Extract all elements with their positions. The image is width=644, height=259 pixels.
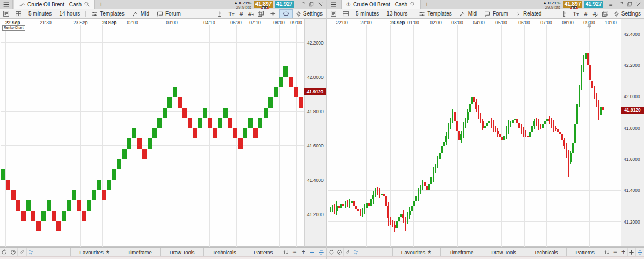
chevron-right-icon [516, 11, 521, 17]
add-chart-tab-button[interactable]: + [95, 0, 107, 9]
tab-bar: ① Crude Oil Brent - Cash + ▲ 0.71% 29.9 … [327, 0, 644, 9]
annotation-tool-icon[interactable]: # [246, 9, 254, 18]
disable-drawing-icon[interactable] [335, 248, 343, 256]
interval-button[interactable]: 5 minutes [25, 9, 55, 18]
layers-icon[interactable] [254, 9, 267, 18]
annotation-tool-icon[interactable]: # [590, 9, 599, 18]
mid-price-button[interactable]: Mid [128, 9, 153, 18]
zoom-out-button[interactable]: − [290, 248, 299, 256]
instrument-tab[interactable]: ① Crude Oil Brent - Cash [341, 0, 421, 9]
popout-icon[interactable] [309, 2, 314, 7]
timeframe-button[interactable]: Timeframe [119, 248, 160, 256]
patterns-button[interactable]: Patterns [245, 248, 281, 256]
status-strip [327, 256, 644, 259]
star-icon: ★ [427, 249, 431, 255]
chart-menu-icon[interactable] [609, 2, 614, 7]
settings-button[interactable]: Settings [293, 11, 326, 17]
change-points: 29.9 pts [233, 5, 251, 9]
axis-tool-icon[interactable] [214, 9, 226, 18]
expand-icon[interactable] [618, 2, 623, 7]
tab-label: Crude Oil Brent - Cash [353, 2, 407, 8]
compare-icon[interactable] [281, 248, 290, 256]
templates-button[interactable]: Templates [87, 9, 128, 18]
layout-button[interactable] [340, 9, 352, 18]
related-button[interactable]: Related [512, 9, 545, 18]
chart-tools: TT # # Settings [214, 9, 326, 18]
alert-bell-icon[interactable] [587, 23, 592, 28]
refresh-icon[interactable] [327, 248, 335, 256]
layout-button[interactable] [12, 9, 25, 18]
tab-label: Crude Oil Brent - Cash [27, 2, 82, 8]
forum-button[interactable]: Forum [153, 9, 185, 18]
technicals-button[interactable]: Technicals [525, 248, 566, 256]
text-tool-icon[interactable]: TT [226, 9, 237, 18]
window-controls [299, 0, 323, 9]
interval-button[interactable]: 5 minutes [352, 9, 383, 18]
zoom-in-button[interactable]: + [619, 248, 627, 256]
main-menu-button[interactable] [327, 0, 340, 9]
tab-bar: Crude Oil Brent - Cash + ▲ 0.71% 29.9 pt… [0, 0, 326, 9]
draw-tools-button[interactable]: Draw Tools [482, 248, 525, 256]
settings-button[interactable]: Settings [611, 11, 644, 17]
renko-chart-canvas[interactable]: 22 Sep21:3023 Sep23 Sep02:0003:0004:1006… [0, 0, 326, 259]
chart-toolbar: 5 minutes 14 hours Templates Mid Forum T… [0, 9, 326, 19]
buy-price-button[interactable]: 41.927 [275, 1, 294, 8]
current-price-badge: 41.9120 [621, 107, 644, 114]
pattern-dots-icon[interactable] [352, 248, 360, 256]
axis-tool-icon[interactable] [558, 9, 570, 18]
text-tool-icon[interactable]: TT [570, 9, 582, 18]
change-block: ▲ 0.71% 29.9 pts [543, 1, 560, 9]
star-tool-icon[interactable] [267, 9, 279, 18]
change-block: ▲ 0.71% 29.9 pts [233, 1, 251, 9]
gear-icon [613, 11, 620, 17]
duration-button[interactable]: 14 hours [55, 9, 84, 18]
search-icon[interactable] [84, 1, 90, 8]
status-strip [0, 256, 326, 259]
templates-button[interactable]: Templates [415, 9, 456, 18]
crosshair-icon[interactable] [628, 248, 636, 256]
main-menu-button[interactable] [0, 0, 13, 9]
favourites-button[interactable]: Favourites★ [70, 248, 118, 256]
instrument-tab[interactable]: Crude Oil Brent - Cash [14, 0, 95, 9]
zoom-out-button[interactable]: − [611, 248, 619, 256]
compare-icon[interactable] [603, 248, 611, 256]
window-controls [609, 0, 641, 9]
forum-button[interactable]: Forum [480, 9, 512, 18]
pattern-dots-icon[interactable] [27, 248, 35, 256]
timeframe-button[interactable]: Timeframe [440, 248, 482, 256]
close-icon[interactable] [318, 2, 323, 7]
renko-chart-tag: Renko Chart [2, 25, 25, 31]
layers-icon[interactable] [599, 9, 611, 18]
search-icon[interactable] [409, 1, 416, 8]
close-icon[interactable] [636, 2, 641, 7]
disable-drawing-icon[interactable] [9, 248, 18, 256]
popout-icon[interactable] [627, 2, 632, 7]
buy-price-button[interactable]: 41.927 [584, 1, 603, 8]
grid-tool-icon[interactable]: # [237, 9, 246, 18]
duration-button[interactable]: 13 hours [383, 9, 411, 18]
patterns-button[interactable]: Patterns [566, 248, 603, 256]
hamburger-icon [3, 1, 10, 8]
grid-tool-icon[interactable]: # [582, 9, 590, 18]
draw-tools-button[interactable]: Draw Tools [160, 248, 203, 256]
watchlist-button[interactable] [327, 9, 340, 18]
mid-price-button[interactable]: Mid [456, 9, 480, 18]
candlestick-chart-canvas[interactable]: 22:0023:0023 Sep01:0002:0003:0004:0005:0… [327, 0, 644, 259]
add-chart-tab-button[interactable]: + [421, 0, 433, 9]
zoom-in-button[interactable]: + [299, 248, 309, 256]
tab-number-badge: ① [346, 2, 351, 8]
technicals-button[interactable]: Technicals [203, 248, 245, 256]
fit-vertical-icon[interactable] [317, 248, 326, 256]
favourites-button[interactable]: Favourites★ [392, 248, 440, 256]
ellipse-tool-icon[interactable] [279, 9, 293, 18]
crosshair-icon[interactable] [308, 248, 317, 256]
refresh-icon[interactable] [0, 248, 9, 256]
fit-vertical-icon[interactable] [636, 248, 644, 256]
change-points: 29.9 pts [543, 5, 560, 9]
pencil-icon[interactable] [344, 248, 352, 256]
pencil-icon[interactable] [18, 248, 27, 256]
watchlist-button[interactable] [0, 9, 12, 18]
hamburger-icon [330, 1, 337, 8]
expand-icon[interactable] [299, 2, 305, 7]
line-chart-icon [19, 1, 25, 8]
